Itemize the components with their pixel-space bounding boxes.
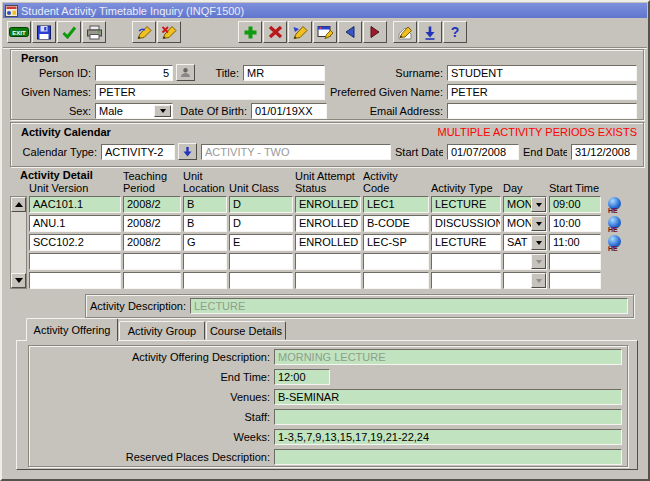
cell-unit-class[interactable] <box>229 253 293 270</box>
cell-activity-type[interactable] <box>431 272 501 289</box>
cell-start-time[interactable]: 09:00 <box>549 196 601 213</box>
cell-unit-location[interactable]: G <box>183 234 227 251</box>
tab-activity-group[interactable]: Activity Group <box>119 321 205 340</box>
he-indicator-icon[interactable]: HE <box>606 216 624 235</box>
cell-unit-version[interactable]: ANU.1 <box>29 215 121 232</box>
table-row-empty[interactable] <box>29 253 601 270</box>
clear-record-button[interactable] <box>288 21 312 43</box>
cell-status[interactable]: ENROLLED <box>295 215 361 232</box>
list-of-values-button[interactable] <box>418 21 442 43</box>
cell-activity-type[interactable] <box>431 253 501 270</box>
day-dropdown-arrow[interactable] <box>531 216 546 231</box>
date-of-birth-label: Date Of Birth: <box>177 105 247 117</box>
sex-dropdown-arrow[interactable] <box>154 105 171 117</box>
cell-teaching-period[interactable]: 2008/2 <box>123 234 181 251</box>
preferred-given-name-field[interactable]: PETER <box>447 84 637 100</box>
insert-record-button[interactable] <box>238 21 262 43</box>
cell-unit-version[interactable] <box>29 272 121 289</box>
question-icon: ? <box>448 24 462 40</box>
date-of-birth-field[interactable]: 01/01/19XX <box>251 103 327 119</box>
cell-unit-location[interactable] <box>183 272 227 289</box>
calendar-type-field[interactable]: ACTIVITY-2 <box>101 144 175 160</box>
cell-teaching-period[interactable]: 2008/2 <box>123 196 181 213</box>
detail-scrollbar[interactable] <box>10 196 27 289</box>
cell-teaching-period[interactable] <box>123 272 181 289</box>
table-row[interactable]: SCC102.2 2008/2 G E ENROLLED LEC-SP LECT… <box>29 234 601 251</box>
day-dropdown-arrow <box>531 254 546 269</box>
cell-unit-version[interactable]: SCC102.2 <box>29 234 121 251</box>
print-button[interactable] <box>82 21 106 43</box>
cell-activity-code[interactable]: LEC1 <box>363 196 429 213</box>
he-indicator-icon[interactable]: HE <box>606 235 624 254</box>
given-names-field[interactable]: PETER <box>95 84 325 100</box>
cell-status[interactable] <box>295 272 361 289</box>
cell-unit-class[interactable]: D <box>229 196 293 213</box>
start-date-field[interactable]: 01/07/2008 <box>447 144 519 160</box>
clear-block-button[interactable] <box>157 21 181 43</box>
scroll-down-button[interactable] <box>11 273 26 288</box>
cell-unit-class[interactable] <box>229 272 293 289</box>
accept-button[interactable] <box>57 21 81 43</box>
cell-start-time[interactable]: 11:00 <box>549 234 601 251</box>
cell-activity-code[interactable] <box>363 253 429 270</box>
duplicate-record-button[interactable] <box>313 21 337 43</box>
offering-description-field: MORNING LECTURE <box>274 349 622 365</box>
day-dropdown-arrow[interactable] <box>531 197 546 212</box>
table-row-empty[interactable] <box>29 272 601 289</box>
delete-record-button[interactable] <box>263 21 287 43</box>
cell-status[interactable]: ENROLLED <box>295 196 361 213</box>
clear-form-button[interactable] <box>132 21 156 43</box>
title-field[interactable]: MR <box>243 65 325 81</box>
cell-unit-location[interactable]: B <box>183 215 227 232</box>
cell-unit-class[interactable]: D <box>229 215 293 232</box>
previous-record-button[interactable] <box>338 21 362 43</box>
end-time-field: 12:00 <box>274 369 330 385</box>
tab-activity-offering[interactable]: Activity Offering <box>26 318 118 341</box>
cell-day[interactable]: SAT <box>503 234 547 251</box>
cell-teaching-period[interactable]: 2008/2 <box>123 215 181 232</box>
cell-day[interactable]: MON <box>503 196 547 213</box>
he-indicator-icon[interactable]: HE <box>606 197 624 216</box>
day-dropdown-arrow[interactable] <box>531 235 546 250</box>
cell-status[interactable]: ENROLLED <box>295 234 361 251</box>
cell-status[interactable] <box>295 253 361 270</box>
cell-activity-code[interactable]: LEC-SP <box>363 234 429 251</box>
down-arrow-icon <box>423 25 437 40</box>
person-lookup-button[interactable] <box>176 64 195 81</box>
cell-activity-code[interactable]: B-CODE <box>363 215 429 232</box>
cell-activity-type[interactable]: LECTURE <box>431 196 501 213</box>
edit-button[interactable] <box>393 21 417 43</box>
table-row[interactable]: ANU.1 2008/2 B D ENROLLED B-CODE DISCUSS… <box>29 215 601 232</box>
cell-unit-version[interactable]: AAC101.1 <box>29 196 121 213</box>
cell-start-time[interactable] <box>549 253 601 270</box>
surname-field[interactable]: STUDENT <box>447 65 637 81</box>
cell-unit-version[interactable] <box>29 253 121 270</box>
exit-button[interactable]: EXIT <box>7 21 31 43</box>
cell-activity-type[interactable]: LECTURE <box>431 234 501 251</box>
tab-course-details[interactable]: Course Details <box>206 321 286 340</box>
form-icon <box>5 5 18 17</box>
cell-day[interactable] <box>503 253 547 270</box>
calendar-type-lov-button[interactable] <box>178 143 197 160</box>
cell-unit-location[interactable]: B <box>183 196 227 213</box>
cell-unit-class[interactable]: E <box>229 234 293 251</box>
cell-start-time[interactable]: 10:00 <box>549 215 601 232</box>
cell-activity-type[interactable]: DISCUSSION <box>431 215 501 232</box>
person-id-field[interactable]: 5 <box>95 65 173 81</box>
email-address-field[interactable] <box>447 103 637 119</box>
scroll-up-button[interactable] <box>11 197 26 212</box>
cell-day[interactable]: MON <box>503 215 547 232</box>
table-row[interactable]: AAC101.1 2008/2 B D ENROLLED LEC1 LECTUR… <box>29 196 601 213</box>
activity-description-frame: Activity Description: LECTURE <box>85 294 634 318</box>
cell-unit-location[interactable] <box>183 253 227 270</box>
end-date-field[interactable]: 31/12/2008 <box>571 144 637 160</box>
cell-activity-code[interactable] <box>363 272 429 289</box>
cell-day[interactable] <box>503 272 547 289</box>
save-button[interactable] <box>32 21 56 43</box>
help-button[interactable]: ? <box>443 21 467 43</box>
next-record-button[interactable] <box>363 21 387 43</box>
sex-combobox[interactable]: Male <box>95 103 173 119</box>
cell-start-time[interactable] <box>549 272 601 289</box>
cell-teaching-period[interactable] <box>123 253 181 270</box>
activity-calendar-section-label: Activity Calendar <box>21 126 111 138</box>
